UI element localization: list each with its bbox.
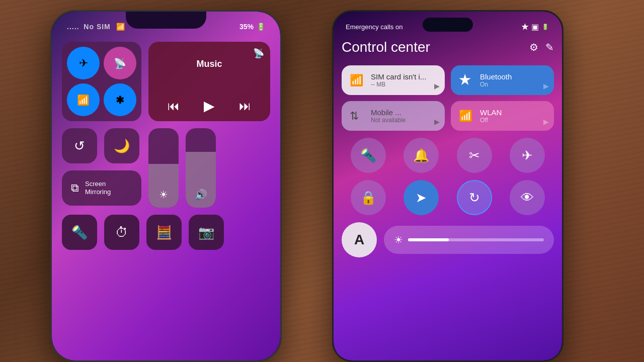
airplane-circle[interactable]: ✈ [510,138,545,173]
android-title-icons: ⚙ ✎ [529,41,554,53]
phone-left: ..... No SIM 📶 35% 🔋 ✈ 📡 📶 [50,10,282,362]
bluetooth-sub: On [480,81,512,88]
mobile-label: Mobile ... [371,108,406,117]
cellular-icon: 📡 [114,57,126,69]
android-bottom-row: A ☀ [342,222,554,257]
eye-circle[interactable]: 👁 [510,180,545,215]
play-button[interactable]: ▶ [204,98,215,114]
sim-sub: -- MB [371,81,426,88]
ios-connectivity-panel: ✈ 📡 📶 ✱ [62,42,141,121]
brightness-bar[interactable]: ☀ [384,226,554,254]
sim-tile-text: SIM card isn't i... -- MB [371,72,426,88]
volume-slider[interactable]: 🔊 [186,128,216,208]
sim-label: SIM card isn't i... [371,72,426,81]
font-letter: A [354,232,364,248]
battery-status: 🔋 [542,22,550,31]
font-size-button[interactable]: A [342,222,377,257]
timer-button[interactable]: ⏱ [104,215,139,250]
scissors-circle[interactable]: ✂ [457,138,492,173]
rewind-button[interactable]: ⏮ [168,99,180,113]
volume-icon: 🔊 [195,189,207,201]
flashlight-icon: 🔦 [71,225,88,240]
rotation-lock-button[interactable]: ↺︎ [62,128,97,163]
flashlight-button[interactable]: 🔦 [62,215,97,250]
rotation-circle-icon: ↻ [469,190,480,206]
android-circles-row1: 🔦 🔔 ✂ ✈ [342,138,554,173]
ios-small-row: ↺︎ 🌙 [62,128,141,163]
android-circles-row2: 🔒 ➤ ↻ 👁 [342,180,554,215]
lock-circle[interactable]: 🔒 [351,180,386,215]
battery-percent: 35% [239,23,254,31]
bluetooth-arrow: ▶ [543,82,549,90]
notch-left [126,12,206,29]
wifi-button[interactable]: 📶 [67,83,100,116]
bluetooth-icon: ✱ [116,94,124,106]
brightness-bar-icon: ☀ [394,234,403,246]
moon-icon: 🌙 [114,138,130,154]
bluetooth-label: Bluetooth [480,72,512,81]
lock-circle-icon: 🔒 [360,190,376,206]
sim-status-icon: ▣ [531,22,539,32]
mobile-tile[interactable]: ⇅ Mobile ... Not available ▶ [342,101,445,131]
wifi-icon: 📶 [77,94,90,106]
cellular-button[interactable]: 📡 [104,47,136,79]
pill-camera [423,18,473,32]
mobile-icon: ⇅ [350,110,365,123]
bluetooth-tile[interactable]: ★ Bluetooth On ▶ [451,65,554,95]
emergency-text: Emergency calls on [346,23,403,31]
ios-music-panel: 📡 Music ⏮ ▶ ⏭ [148,42,270,121]
rotation-circle[interactable]: ↻ [457,180,492,215]
rotation-lock-icon: ↺︎ [74,138,85,154]
forward-button[interactable]: ⏭ [239,99,251,113]
location-circle[interactable]: ➤ [404,180,439,215]
android-quick-tiles: 📶 SIM card isn't i... -- MB ▶ ★ Bluetoot… [342,65,554,131]
bluetooth-tile-icon: ★ [459,72,474,88]
location-circle-icon: ➤ [416,190,427,206]
brightness-icon: ☀ [159,189,168,201]
sim-arrow: ▶ [434,82,440,90]
timer-icon: ⏱ [115,225,128,240]
camera-icon: 📷 [198,225,214,240]
bluetooth-status-icon: ★ [521,22,528,32]
wlan-arrow: ▶ [543,118,549,126]
mobile-arrow: ▶ [434,118,440,126]
camera-button[interactable]: 📷 [189,215,224,250]
bell-circle-icon: 🔔 [413,148,429,163]
wlan-tile-text: WLAN Off [480,108,502,124]
calculator-icon: 🧮 [156,225,172,240]
mobile-tile-text: Mobile ... Not available [371,108,406,124]
android-control-center: Control center ⚙ ✎ 📶 SIM card isn't i...… [342,39,554,263]
wlan-icon: 📶 [459,110,474,123]
do-not-disturb-button[interactable]: 🌙 [104,128,139,163]
airplane-mode-button[interactable]: ✈ [67,47,100,79]
phone-right: Emergency calls on ★ ▣ 🔋 Control center … [332,10,564,362]
sim-icon: 📶 [350,74,365,87]
bluetooth-tile-text: Bluetooth On [480,72,512,88]
mirroring-label-line2: Mirroring [85,188,111,196]
control-center-title: Control center [342,39,430,55]
calculator-button[interactable]: 🧮 [146,215,182,250]
eye-circle-icon: 👁 [521,190,534,206]
airplay-icon[interactable]: 📡 [253,48,264,59]
wifi-icon: 📶 [116,23,125,31]
wlan-sub: Off [480,117,502,124]
bell-circle[interactable]: 🔔 [404,138,439,173]
brightness-slider[interactable]: ☀ [148,128,179,208]
flashlight-circle[interactable]: 🔦 [351,138,386,173]
bluetooth-button[interactable]: ✱ [104,83,136,116]
scissors-circle-icon: ✂ [469,148,480,163]
brightness-track [408,238,544,241]
ios-row-2: ↺︎ 🌙 ⧉ Screen Mirroring ☀ [62,128,270,208]
settings-icon[interactable]: ⚙ [529,41,538,53]
airplane-circle-icon: ✈ [522,148,533,163]
battery-icon: 🔋 [257,23,265,31]
wlan-tile[interactable]: 📶 WLAN Off ▶ [451,101,554,131]
no-sim-text: No SIM [84,23,110,31]
wlan-label: WLAN [480,108,502,117]
ios-row-1: ✈ 📡 📶 ✱ 📡 Music ⏮ ▶ ⏭ [62,42,270,121]
music-controls: ⏮ ▶ ⏭ [155,98,263,114]
screen-mirroring-button[interactable]: ⧉ Screen Mirroring [62,170,141,206]
edit-icon[interactable]: ✎ [545,41,554,53]
sim-tile[interactable]: 📶 SIM card isn't i... -- MB ▶ [342,65,445,95]
flashlight-circle-icon: 🔦 [360,148,376,163]
